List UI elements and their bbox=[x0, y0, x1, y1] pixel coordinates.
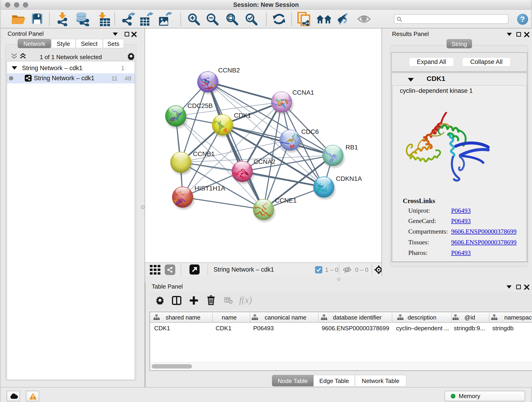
svg-text:CCNA1: CCNA1 bbox=[292, 89, 314, 96]
svg-text:CCNA2: CCNA2 bbox=[254, 158, 275, 165]
svg-text:RB1: RB1 bbox=[346, 144, 358, 151]
svg-text:CDC6: CDC6 bbox=[301, 128, 319, 135]
svg-text:CCNB1: CCNB1 bbox=[193, 150, 215, 157]
svg-text:CDKN1A: CDKN1A bbox=[336, 175, 362, 182]
svg-text:CCNE1: CCNE1 bbox=[275, 197, 297, 204]
svg-text:CCNB2: CCNB2 bbox=[218, 67, 240, 74]
svg-text:HIST1H1A: HIST1H1A bbox=[195, 185, 225, 192]
svg-text:CDK1: CDK1 bbox=[234, 112, 251, 119]
svg-text:CDC25B: CDC25B bbox=[187, 102, 213, 109]
